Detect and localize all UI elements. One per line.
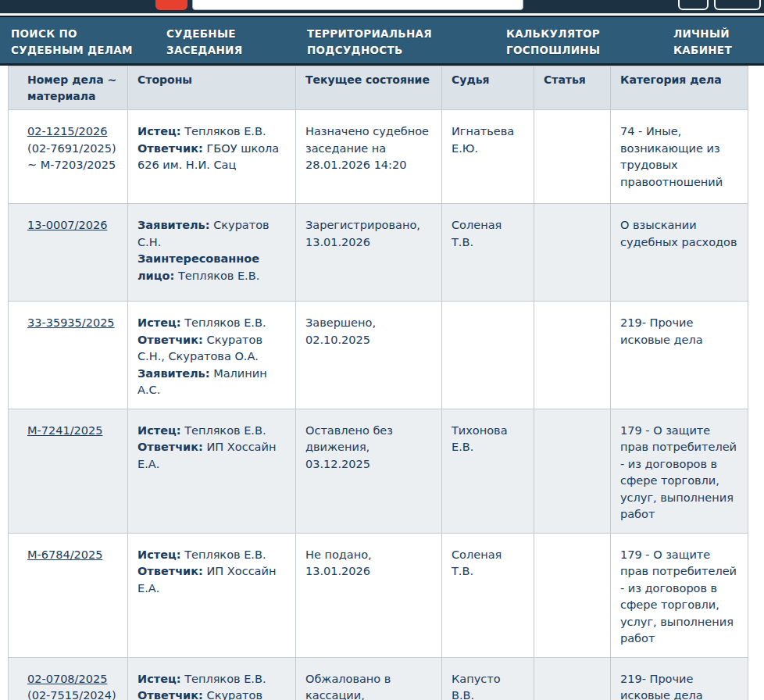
nav-item-label: КАЛЬКУЛЯТОР — [506, 26, 600, 42]
party-role-label: Ответчик: — [137, 142, 203, 155]
judge-cell — [442, 302, 534, 409]
party-entry: Заявитель: Скуратов С.Н. — [137, 217, 286, 251]
nav-item-label: ЗАСЕДАНИЯ — [166, 42, 242, 59]
table-header-row: Номер дела ~ материалаСтороныТекущее сос… — [9, 66, 748, 110]
party-role-label: Истец: — [137, 316, 181, 329]
party-entry: Ответчик: Скуратов С.Н., Скуратова О.А. — [137, 332, 286, 366]
parties-cell: Истец: Тепляков Е.В.Ответчик: ИП Хоссайн… — [128, 533, 296, 657]
party-entry: Ответчик: ИП Хоссайн Е.А. — [137, 439, 286, 473]
judge-cell: Соленая Т.В. — [442, 204, 534, 302]
case-results-table-wrap: Номер дела ~ материалаСтороныТекущее сос… — [8, 66, 748, 700]
parties-cell: Истец: Тепляков Е.В.Ответчик: Скуратов С… — [128, 302, 296, 409]
party-role-label: Истец: — [137, 424, 181, 437]
party-name: Тепляков Е.В. — [178, 270, 259, 282]
search-submit-button[interactable] — [155, 0, 187, 10]
status-cell: Обжаловано в кассации, 15.01.2026 — [296, 657, 442, 700]
topbar — [0, 0, 764, 13]
case-number-link[interactable]: 02-1215/2026 — [27, 125, 107, 138]
table-row: М-6784/2025 Истец: Тепляков Е.В.Ответчик… — [9, 533, 748, 657]
case-number-cell: 13-0007/2026 — [9, 204, 128, 302]
case-number-cell: 02-1215/2026 (02-7691/2025)~ М-7203/2025 — [9, 110, 128, 204]
party-entry: Истец: Тепляков Е.В. — [137, 547, 286, 564]
case-extra-number: (02-7691/2025) — [27, 141, 118, 158]
parties-cell: Истец: Тепляков Е.В.Ответчик: ИП Хоссайн… — [128, 409, 296, 533]
topbar-button-2[interactable] — [714, 0, 761, 10]
column-header-6: Категория дела — [611, 66, 748, 110]
article-cell — [534, 302, 611, 409]
table-row: 02-0708/2025 (02-7515/2024)~ М-5328/2024… — [9, 657, 748, 700]
nav-item-hearings[interactable]: СУДЕБНЫЕ ЗАСЕДАНИЯ — [166, 26, 242, 59]
table-row: 33-35935/2025 Истец: Тепляков Е.В.Ответч… — [9, 302, 748, 409]
nav-item-label: СУДЕБНЫМ ДЕЛАМ — [11, 42, 133, 59]
category-cell: 219- Прочие исковые дела — [611, 302, 748, 409]
judge-cell: Тихонова Е.В. — [442, 409, 534, 533]
case-results-table: Номер дела ~ материалаСтороныТекущее сос… — [8, 66, 748, 700]
party-entry: Ответчик: ГБОУ школа 626 им. Н.И. Сац — [137, 141, 286, 174]
category-cell: 179 - О защите прав потребителей - из до… — [611, 533, 748, 657]
case-number-link[interactable]: М-7241/2025 — [27, 424, 102, 437]
party-role-label: Истец: — [137, 125, 181, 138]
nav-item-label: ГОСПОШЛИНЫ — [506, 42, 600, 59]
category-cell: 219- Прочие исковые дела — [611, 657, 748, 700]
party-entry: Заинтересованное лицо: Тепляков Е.В. — [137, 251, 286, 284]
party-entry: Истец: Тепляков Е.В. — [137, 123, 286, 141]
nav-item-label: ПОИСК ПО — [11, 26, 133, 42]
nav-item-personal-account[interactable]: ЛИЧНЫЙ КАБИНЕТ — [673, 26, 732, 59]
party-role-label: Истец: — [137, 673, 181, 685]
party-name: Тепляков Е.В. — [184, 316, 266, 329]
case-number-link[interactable]: 33-35935/2025 — [27, 316, 115, 329]
category-cell: 179 - О защите прав потребителей - из до… — [611, 409, 748, 533]
party-name: Тепляков Е.В. — [184, 548, 266, 561]
status-cell: Завершено, 02.10.2025 — [296, 302, 442, 409]
column-header-3: Текущее состояние — [296, 66, 442, 110]
party-role-label: Ответчик: — [137, 334, 203, 346]
table-row: 13-0007/2026 Заявитель: Скуратов С.Н.Заи… — [9, 204, 748, 302]
nav-item-label: ПОДСУДНОСТЬ — [307, 42, 432, 59]
case-number-cell: 33-35935/2025 — [9, 302, 128, 409]
parties-cell: Заявитель: Скуратов С.Н.Заинтересованное… — [128, 204, 296, 302]
case-number-link[interactable]: 13-0007/2026 — [27, 219, 107, 231]
case-number-cell: М-7241/2025 — [9, 409, 128, 533]
party-role-label: Ответчик: — [137, 441, 203, 453]
party-entry: Ответчик: ИП Хоссайн Е.А. — [137, 563, 286, 597]
article-cell — [534, 657, 611, 700]
party-role-label: Истец: — [137, 548, 181, 561]
parties-cell: Истец: Тепляков Е.В.Ответчик: Скуратов С… — [128, 657, 296, 700]
search-input[interactable] — [192, 0, 523, 10]
party-entry: Ответчик: Скуратов С.Н., Скуратова О.А. — [137, 688, 286, 700]
party-name: Тепляков Е.В. — [184, 673, 266, 685]
case-number-link[interactable]: 02-0708/2025 — [27, 673, 107, 685]
party-name: Тепляков Е.В. — [184, 125, 266, 138]
column-header-5: Статья — [534, 66, 611, 110]
article-cell — [534, 110, 611, 204]
table-row: 02-1215/2026 (02-7691/2025)~ М-7203/2025… — [9, 110, 748, 204]
status-cell: Оставлено без движения, 03.12.2025 — [296, 409, 442, 533]
category-cell: О взыскании судебных расходов — [611, 204, 748, 302]
party-role-label: Ответчик: — [137, 565, 203, 577]
status-cell: Назначено судебное заседание на 28.01.20… — [296, 110, 442, 204]
party-entry: Истец: Тепляков Е.В. — [137, 671, 286, 688]
topbar-button-1[interactable] — [678, 0, 709, 10]
status-cell: Зарегистрировано, 13.01.2026 — [296, 204, 442, 302]
case-extra-number: (02-7515/2024) — [27, 688, 118, 700]
nav-item-label: КАБИНЕТ — [673, 42, 732, 59]
category-cell: 74 - Иные, возникающие из трудовых право… — [611, 110, 748, 204]
judge-cell: Игнатьева Е.Ю. — [442, 110, 534, 204]
party-entry: Истец: Тепляков Е.В. — [137, 315, 286, 332]
status-cell: Не подано, 13.01.2026 — [296, 533, 442, 657]
nav-item-search-cases[interactable]: ПОИСК ПО СУДЕБНЫМ ДЕЛАМ — [11, 26, 133, 59]
party-name: Тепляков Е.В. — [184, 424, 266, 437]
nav-item-label: СУДЕБНЫЕ — [166, 26, 242, 42]
table-row: М-7241/2025 Истец: Тепляков Е.В.Ответчик… — [9, 409, 748, 533]
case-number-link[interactable]: М-6784/2025 — [27, 548, 102, 561]
judge-cell: Капусто В.В. — [442, 657, 534, 700]
party-role-label: Ответчик: — [137, 689, 203, 700]
column-header-4: Судья — [442, 66, 534, 110]
article-cell — [534, 204, 611, 302]
party-role-label: Заявитель: — [137, 219, 210, 231]
nav-item-fee-calculator[interactable]: КАЛЬКУЛЯТОР ГОСПОШЛИНЫ — [506, 26, 600, 59]
article-cell — [534, 409, 611, 533]
main-nav: ПОИСК ПО СУДЕБНЫМ ДЕЛАМ СУДЕБНЫЕ ЗАСЕДАН… — [0, 17, 764, 66]
nav-item-territorial-jurisdiction[interactable]: ТЕРРИТОРИАЛЬНАЯ ПОДСУДНОСТЬ — [307, 26, 432, 59]
party-role-label: Заявитель: — [137, 367, 210, 380]
